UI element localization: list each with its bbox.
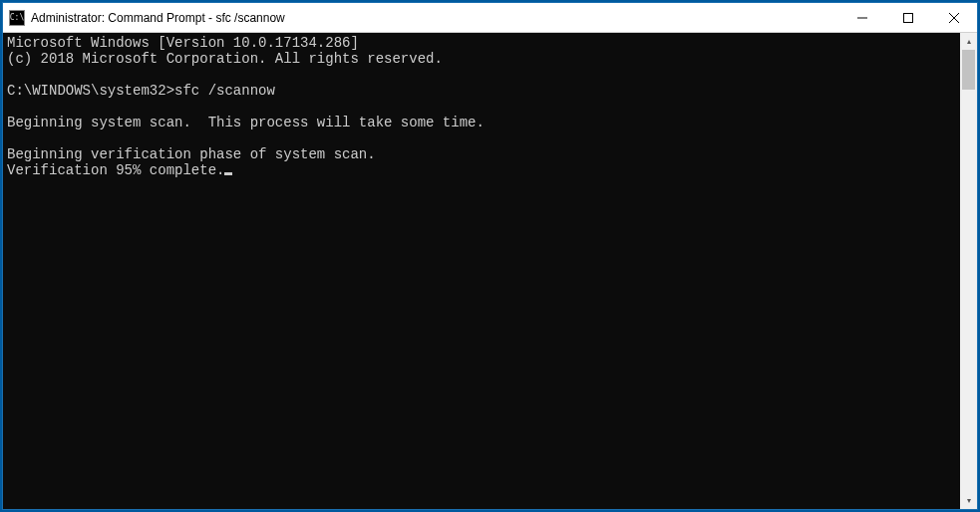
scroll-down-arrow-icon[interactable]: ▾ xyxy=(960,492,977,509)
maximize-icon xyxy=(903,13,913,23)
output-line: Beginning verification phase of system s… xyxy=(7,146,376,162)
console-area: Microsoft Windows [Version 10.0.17134.28… xyxy=(3,33,977,509)
console-output[interactable]: Microsoft Windows [Version 10.0.17134.28… xyxy=(3,33,960,509)
output-line: Beginning system scan. This process will… xyxy=(7,115,485,130)
command-prompt-window: C:\ Administrator: Command Prompt - sfc … xyxy=(2,2,978,510)
prompt-text: C:\WINDOWS\system32> xyxy=(7,83,174,99)
output-line: Microsoft Windows [Version 10.0.17134.28… xyxy=(7,35,359,51)
command-text: sfc /scannow xyxy=(174,83,275,99)
svg-rect-1 xyxy=(904,13,913,22)
output-line: (c) 2018 Microsoft Corporation. All righ… xyxy=(7,51,443,67)
window-title: Administrator: Command Prompt - sfc /sca… xyxy=(31,11,285,25)
scroll-up-arrow-icon[interactable]: ▴ xyxy=(960,33,977,50)
window-controls xyxy=(839,3,977,32)
close-icon xyxy=(949,13,959,23)
cmd-icon: C:\ xyxy=(9,10,25,26)
minimize-button[interactable] xyxy=(839,3,885,32)
vertical-scrollbar[interactable]: ▴ ▾ xyxy=(960,33,977,509)
close-button[interactable] xyxy=(931,3,977,32)
minimize-icon xyxy=(857,13,867,23)
scrollbar-track[interactable] xyxy=(960,50,977,492)
titlebar-left: C:\ Administrator: Command Prompt - sfc … xyxy=(3,10,285,26)
maximize-button[interactable] xyxy=(885,3,931,32)
titlebar[interactable]: C:\ Administrator: Command Prompt - sfc … xyxy=(3,3,977,33)
output-line: Verification 95% complete. xyxy=(7,162,224,178)
text-cursor xyxy=(224,172,232,175)
scrollbar-thumb[interactable] xyxy=(962,50,975,90)
